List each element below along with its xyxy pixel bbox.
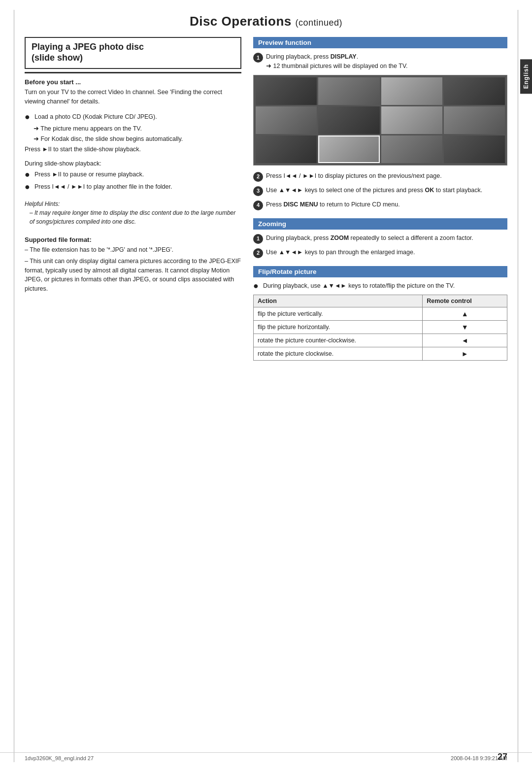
page-number: 27 bbox=[498, 752, 532, 762]
page-border-left bbox=[14, 10, 14, 762]
footer-left: 1dvp3260K_98_engl.indd 27 bbox=[25, 755, 94, 761]
language-tab: English bbox=[520, 59, 532, 94]
table-cell-action: flip the picture vertically. bbox=[254, 307, 423, 321]
thumb-4 bbox=[444, 77, 505, 105]
table-row: flip the picture vertically.▲ bbox=[254, 307, 507, 321]
table-cell-icon: ► bbox=[423, 347, 507, 361]
thumb-11 bbox=[381, 135, 442, 163]
thumb-8 bbox=[444, 106, 505, 134]
table-cell-action: rotate the picture clockwise. bbox=[254, 347, 423, 361]
page-border-right bbox=[518, 10, 518, 762]
step-1-text: During playback, press DISPLAY. ➜ 12 thu… bbox=[266, 52, 507, 71]
table-header-remote: Remote control bbox=[423, 295, 507, 307]
flip-rotate-table: Action Remote control flip the picture v… bbox=[253, 295, 507, 361]
section-box-title-line2: (slide show) bbox=[32, 53, 234, 64]
section-box-playing-jpeg: Playing a JPEG photo disc (slide show) bbox=[25, 37, 241, 69]
page-header: Disc Operations (continued) bbox=[0, 0, 532, 34]
bullet-dot-3: ● bbox=[25, 182, 33, 192]
zoom-step-2-number: 2 bbox=[253, 248, 263, 258]
supported-file-title: Supported file format: bbox=[25, 236, 241, 243]
section-box-title-line1: Playing a JPEG photo disc bbox=[32, 42, 234, 53]
table-row: flip the picture horizontally.▼ bbox=[254, 321, 507, 334]
table-row: rotate the picture counter-clockwise.◄ bbox=[254, 334, 507, 347]
before-start-body: Turn on your TV to the correct Video In … bbox=[25, 88, 241, 106]
zoom-step-2-text: Use ▲▼◄► keys to pan through the enlarge… bbox=[266, 248, 507, 257]
step-1-number: 1 bbox=[253, 53, 263, 63]
step-3-number: 3 bbox=[253, 186, 263, 196]
step-4-text: Press DISC MENU to return to Picture CD … bbox=[266, 200, 507, 209]
table-cell-icon: ◄ bbox=[423, 334, 507, 347]
preview-step-1: 1 During playback, press DISPLAY. ➜ 12 t… bbox=[253, 52, 507, 71]
table-row: rotate the picture clockwise.► bbox=[254, 347, 507, 361]
step-1-arrow: ➜ 12 thumbnail pictures will be displaye… bbox=[266, 63, 408, 69]
bullet-item-1: ● Load a photo CD (Kodak Picture CD/ JPE… bbox=[25, 112, 241, 122]
preview-function-header: Preview function bbox=[253, 37, 507, 48]
zoom-step-1: 1 During playback, press ZOOM repeatedly… bbox=[253, 234, 507, 244]
bullet-text-1: Load a photo CD (Kodak Picture CD/ JPEG)… bbox=[34, 112, 241, 122]
thumb-5 bbox=[256, 106, 317, 134]
helpful-hints-title: Helpful Hints: bbox=[25, 201, 241, 207]
preview-step-2: 2 Press I◄◄ / ►►I to display pictures on… bbox=[253, 171, 507, 182]
flip-bullet: ● During playback, use ▲▼◄► keys to rota… bbox=[253, 281, 507, 291]
supported-file-2: – This unit can only display digital cam… bbox=[25, 257, 241, 294]
bullet-text-2: Press ►II to pause or resume playback. bbox=[34, 170, 241, 179]
flip-bullet-text: During playback, use ▲▼◄► keys to rotate… bbox=[263, 281, 507, 291]
thumb-6 bbox=[318, 106, 379, 134]
flip-rotate-header: Flip/Rotate picture bbox=[253, 266, 507, 277]
table-cell-icon: ▼ bbox=[423, 321, 507, 334]
flip-bullet-dot: ● bbox=[253, 281, 261, 291]
step-2-text: Press I◄◄ / ►►I to display pictures on t… bbox=[266, 171, 507, 181]
zoom-step-1-number: 1 bbox=[253, 234, 263, 244]
thick-divider bbox=[25, 72, 241, 73]
main-content: Playing a JPEG photo disc (slide show) B… bbox=[0, 37, 532, 361]
bullet-dot-2: ● bbox=[25, 170, 33, 180]
right-column: Preview function 1 During playback, pres… bbox=[253, 37, 507, 361]
step-1-main: During playback, press DISPLAY. bbox=[266, 53, 358, 60]
zooming-section: Zooming 1 During playback, press ZOOM re… bbox=[253, 218, 507, 258]
thumb-3 bbox=[381, 77, 442, 105]
helpful-hint-body: – It may require longer time to display … bbox=[25, 208, 241, 226]
table-cell-action: rotate the picture counter-clockwise. bbox=[254, 334, 423, 347]
during-slideshow-text: During slide-show playback: bbox=[25, 159, 241, 168]
bullet-text-3: Press I◄◄ / ►►I to play another file in … bbox=[34, 182, 241, 192]
step-4-number: 4 bbox=[253, 201, 263, 210]
arrow-2: For Kodak disc, the slide show begins au… bbox=[25, 134, 241, 144]
bullet-dot-1: ● bbox=[25, 112, 33, 122]
table-header-action: Action bbox=[254, 295, 423, 307]
zoom-step-2: 2 Use ▲▼◄► keys to pan through the enlar… bbox=[253, 248, 507, 258]
bullet-item-3: ● Press I◄◄ / ►►I to play another file i… bbox=[25, 182, 241, 192]
table-cell-icon: ▲ bbox=[423, 307, 507, 321]
arrow-1: The picture menu appears on the TV. bbox=[25, 124, 241, 134]
thumb-2 bbox=[318, 77, 379, 105]
step-2-number: 2 bbox=[253, 172, 263, 182]
thumb-9 bbox=[256, 135, 317, 163]
thumb-10 bbox=[318, 135, 379, 163]
zooming-header: Zooming bbox=[253, 218, 507, 230]
bullet-item-2: ● Press ►II to pause or resume playback. bbox=[25, 170, 241, 180]
thumb-7 bbox=[381, 106, 442, 134]
left-column: Playing a JPEG photo disc (slide show) B… bbox=[25, 37, 241, 361]
step-3-text: Use ▲▼◄► keys to select one of the pictu… bbox=[266, 186, 507, 195]
supported-file-1: – The file extension has to be '*.JPG' a… bbox=[25, 245, 241, 255]
zoom-step-1-text: During playback, press ZOOM repeatedly t… bbox=[266, 234, 507, 243]
press-play-text: Press ►II to start the slide-show playba… bbox=[25, 145, 241, 154]
preview-step-3: 3 Use ▲▼◄► keys to select one of the pic… bbox=[253, 186, 507, 196]
flip-rotate-section: Flip/Rotate picture ● During playback, u… bbox=[253, 266, 507, 361]
thumbnail-grid bbox=[253, 75, 507, 166]
thumb-12 bbox=[444, 135, 505, 163]
page-footer: 1dvp3260K_98_engl.indd 27 2008-04-18 9:3… bbox=[0, 752, 532, 761]
page-title: Disc Operations bbox=[190, 14, 292, 29]
thumb-1 bbox=[256, 77, 317, 105]
preview-step-4: 4 Press DISC MENU to return to Picture C… bbox=[253, 200, 507, 210]
page-title-suffix: (continued) bbox=[296, 18, 343, 28]
table-cell-action: flip the picture horizontally. bbox=[254, 321, 423, 334]
before-start-title: Before you start ... bbox=[25, 78, 241, 86]
